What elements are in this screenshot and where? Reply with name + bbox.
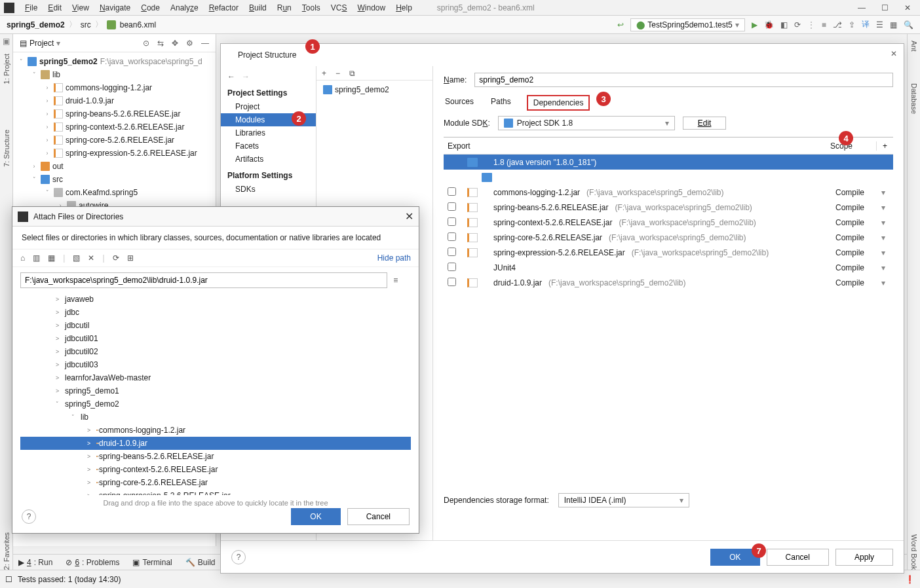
refresh-icon[interactable]: ⟳ bbox=[113, 253, 119, 263]
dep-checkbox[interactable] bbox=[448, 232, 456, 241]
tab-dependencies[interactable]: Dependencies bbox=[527, 95, 590, 111]
tab-paths[interactable]: Paths bbox=[489, 95, 512, 111]
menu-file[interactable]: File bbox=[20, 2, 43, 14]
storage-select[interactable]: IntelliJ IDEA (.iml)▾ bbox=[558, 493, 689, 507]
project-panel-label[interactable]: Project bbox=[29, 39, 54, 48]
attach-path-input[interactable] bbox=[20, 272, 387, 288]
dep-checkbox[interactable] bbox=[448, 187, 456, 196]
breadcrumb-src[interactable]: src bbox=[81, 20, 91, 29]
vcs-icon[interactable]: ⎇ bbox=[833, 20, 842, 29]
file-tree-row[interactable]: > learnforJavaWeb-master bbox=[20, 371, 411, 384]
tab-build[interactable]: 🔨 Build bbox=[185, 558, 216, 567]
dep-checkbox[interactable] bbox=[448, 202, 456, 211]
debug-icon[interactable]: 🐞 bbox=[764, 20, 774, 29]
desktop-icon[interactable]: ▥ bbox=[33, 253, 40, 263]
dependency-row[interactable] bbox=[444, 170, 893, 185]
status-icon[interactable]: ☐ bbox=[5, 575, 12, 584]
dep-checkbox[interactable] bbox=[448, 217, 456, 226]
profiler-icon[interactable]: ⟳ bbox=[794, 20, 801, 29]
attach-ok-button[interactable]: OK bbox=[291, 508, 340, 525]
nav-artifacts[interactable]: Artifacts bbox=[221, 153, 316, 166]
dependency-row[interactable]: spring-beans-5.2.6.RELEASE.jar(F:\java_w… bbox=[444, 200, 893, 215]
dependency-row[interactable]: 1.8 (java version "1.8.0_181") bbox=[444, 155, 893, 170]
minimize-icon[interactable]: — bbox=[858, 3, 866, 12]
stop-icon[interactable]: ■ bbox=[822, 20, 826, 29]
file-tree-row[interactable]: > spring5_demo1 bbox=[20, 384, 411, 397]
collapse-icon[interactable]: ▣ bbox=[3, 37, 10, 46]
run-icon[interactable]: ▶ bbox=[752, 20, 757, 29]
file-tree-row[interactable]: > jdbcutil02 bbox=[20, 345, 411, 358]
menu-window[interactable]: Window bbox=[352, 2, 391, 14]
commit-icon[interactable]: ⇪ bbox=[849, 20, 855, 29]
menu-analyze[interactable]: Analyze bbox=[165, 2, 204, 14]
search-icon[interactable]: 🔍 bbox=[904, 20, 913, 29]
menu-navigate[interactable]: Navigate bbox=[94, 2, 136, 14]
project-tree[interactable]: ˅spring5_demo2F:\java_workspace\spring5_… bbox=[13, 52, 216, 215]
menu-tools[interactable]: Tools bbox=[297, 2, 326, 14]
show-hidden-icon[interactable]: ⊞ bbox=[127, 253, 134, 263]
file-tree-row[interactable]: > druid-1.0.9.jar bbox=[20, 437, 411, 450]
file-tree-row[interactable]: > commons-logging-1.2.jar bbox=[20, 424, 411, 437]
left-tool-structure[interactable]: 7: Structure bbox=[3, 130, 10, 167]
dep-checkbox[interactable] bbox=[448, 278, 456, 286]
maximize-icon[interactable]: ☐ bbox=[881, 3, 889, 12]
attach-file-tree[interactable]: > javaweb> jdbc> jdbcutil> jdbcutil01> j… bbox=[20, 292, 411, 495]
file-tree-row[interactable]: > spring-context-5.2.6.RELEASE.jar bbox=[20, 463, 411, 476]
module-name-input[interactable] bbox=[474, 73, 893, 87]
menu-view[interactable]: View bbox=[67, 2, 94, 14]
sdk-select[interactable]: Project SDK 1.8▾ bbox=[498, 116, 675, 130]
project-icon[interactable]: ▦ bbox=[48, 253, 55, 263]
menu-code[interactable]: Code bbox=[136, 2, 165, 14]
menu-build[interactable]: Build bbox=[244, 2, 272, 14]
dictionary-icon[interactable]: ☰ bbox=[876, 20, 883, 29]
expand-icon[interactable]: ✥ bbox=[172, 39, 178, 48]
add-dependency-icon[interactable]: + bbox=[876, 141, 893, 151]
history-icon[interactable]: ≡ bbox=[393, 276, 398, 285]
tab-terminal[interactable]: ▣ Terminal bbox=[132, 558, 172, 567]
left-tool-favorites[interactable]: 2: Favorites bbox=[3, 532, 10, 570]
target-icon[interactable]: ⊙ bbox=[143, 39, 149, 48]
nav-sdks[interactable]: SDKs bbox=[221, 183, 316, 196]
file-tree-row[interactable]: ˅ lib bbox=[20, 411, 411, 424]
edit-sdk-button[interactable]: Edit bbox=[683, 117, 727, 130]
dependency-row[interactable]: spring-core-5.2.6.RELEASE.jar(F:\java_wo… bbox=[444, 230, 893, 245]
dependency-row[interactable]: druid-1.0.9.jar(F:\java_workspace\spring… bbox=[444, 275, 893, 290]
close-icon[interactable]: ✕ bbox=[904, 3, 911, 12]
structure-apply-button[interactable]: Apply bbox=[835, 549, 893, 566]
nav-libraries[interactable]: Libraries bbox=[221, 126, 316, 139]
remove-module-icon[interactable]: − bbox=[335, 69, 340, 78]
file-tree-row[interactable]: > spring-expression-5.2.6.RELEASE.jar bbox=[20, 489, 411, 495]
tab-run[interactable]: ▶ 4: Run bbox=[18, 558, 52, 567]
coverage-icon[interactable]: ◧ bbox=[780, 20, 788, 29]
right-tool-wordbook[interactable]: Word Book bbox=[910, 534, 918, 570]
dialog-close-icon[interactable]: ✕ bbox=[891, 49, 897, 58]
dependency-row[interactable]: spring-expression-5.2.6.RELEASE.jar(F:\j… bbox=[444, 245, 893, 260]
structure-icon[interactable]: ▦ bbox=[890, 20, 897, 29]
dependency-row[interactable]: commons-logging-1.2.jar(F:\java_workspac… bbox=[444, 185, 893, 200]
add-module-icon[interactable]: + bbox=[322, 69, 326, 78]
run-config-dropdown[interactable]: ⬤TestSpring5demo1.test5▾ bbox=[630, 18, 744, 31]
breadcrumb-file[interactable]: bean6.xml bbox=[120, 20, 156, 29]
new-folder-icon[interactable]: ▧ bbox=[73, 253, 80, 263]
home-icon[interactable]: ⌂ bbox=[20, 253, 25, 263]
hide-panel-icon[interactable]: — bbox=[201, 39, 209, 48]
file-tree-row[interactable]: > jdbcutil03 bbox=[20, 358, 411, 371]
forward-icon[interactable]: → bbox=[242, 72, 250, 81]
dep-checkbox[interactable] bbox=[448, 248, 456, 256]
hide-path-link[interactable]: Hide path bbox=[377, 253, 411, 263]
file-tree-row[interactable]: > spring-beans-5.2.6.RELEASE.jar bbox=[20, 450, 411, 463]
dependency-row[interactable]: spring-context-5.2.6.RELEASE.jar(F:\java… bbox=[444, 215, 893, 230]
attach-cancel-button[interactable]: Cancel bbox=[347, 508, 410, 525]
right-tool-ant[interactable]: Ant bbox=[910, 41, 918, 52]
dependency-row[interactable]: JUnit4 Compile▾ bbox=[444, 260, 893, 275]
menu-vcs[interactable]: VCS bbox=[326, 2, 353, 14]
file-tree-row[interactable]: > jdbc bbox=[20, 306, 411, 319]
right-tool-database[interactable]: Database bbox=[910, 83, 918, 114]
translate-icon[interactable]: 译 bbox=[862, 19, 870, 30]
breadcrumb-project[interactable]: spring5_demo2 bbox=[7, 20, 65, 29]
attach-help-icon[interactable]: ? bbox=[22, 509, 36, 524]
nav-facets[interactable]: Facets bbox=[221, 139, 316, 153]
file-tree-row[interactable]: > javaweb bbox=[20, 293, 411, 306]
module-item[interactable]: spring5_demo2 bbox=[320, 83, 429, 96]
left-tool-project[interactable]: 1: Project bbox=[3, 54, 10, 84]
